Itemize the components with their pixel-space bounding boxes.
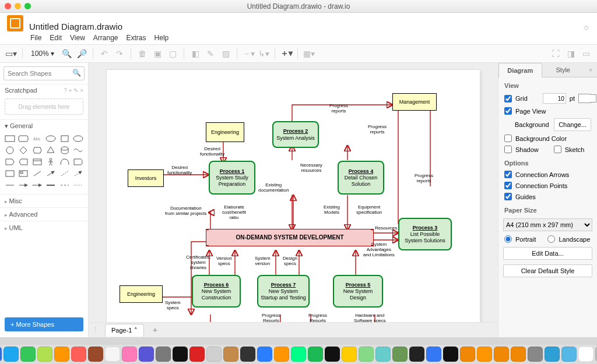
more-shapes-button[interactable]: + More Shapes <box>5 317 83 331</box>
category-uml[interactable]: UML <box>0 221 88 234</box>
dock-app-24[interactable] <box>392 347 408 362</box>
dock-app-35[interactable] <box>578 347 594 362</box>
dock-app-16[interactable] <box>257 347 272 362</box>
dock-app-26[interactable] <box>426 347 441 362</box>
shape-palette[interactable]: Abc <box>0 132 88 194</box>
tab-diagram[interactable]: Diagram <box>498 63 542 77</box>
node-process-3[interactable]: Process 3List Possible System Solutions <box>398 218 452 250</box>
dock-app-3[interactable] <box>37 347 52 362</box>
category-misc[interactable]: Misc <box>0 194 88 207</box>
outline-icon[interactable]: ▭ <box>580 47 592 60</box>
zoom-in-icon[interactable]: 🔍 <box>60 47 73 60</box>
menu-view[interactable]: View <box>70 34 85 44</box>
dock-app-21[interactable] <box>342 347 357 362</box>
shadow-icon[interactable]: ▨ <box>219 47 232 60</box>
node-process-5[interactable]: Process 5New System Design <box>333 275 383 308</box>
general-heading[interactable]: General <box>10 122 33 129</box>
node-engineering-left[interactable]: Engineering <box>120 285 163 303</box>
page-tab-1[interactable]: Page-1 ˄ <box>105 324 144 337</box>
dock-app-15[interactable] <box>240 347 255 362</box>
fill-color-icon[interactable]: ◧ <box>189 47 202 60</box>
add-page-button[interactable]: ＋ <box>148 325 163 335</box>
menu-arrange[interactable]: Arrange <box>93 34 118 44</box>
node-process-2[interactable]: Process 2System Analysis <box>272 121 319 148</box>
dock-app-10[interactable] <box>156 347 171 362</box>
dock-app-29[interactable] <box>477 347 492 362</box>
bgcolor-checkbox[interactable] <box>504 135 512 142</box>
dock-app-8[interactable] <box>122 347 137 362</box>
waypoint-icon[interactable]: ↳▾ <box>257 47 270 60</box>
canvas[interactable]: Engineering Investors Management Enginee… <box>107 70 480 322</box>
dock-app-0[interactable] <box>0 347 2 362</box>
edit-data-button[interactable]: Edit Data... <box>503 247 592 260</box>
dock-app-20[interactable] <box>325 347 340 362</box>
delete-icon[interactable]: 🗑 <box>136 47 149 60</box>
dock-app-25[interactable] <box>409 347 424 362</box>
node-process-7[interactable]: Process 7New System Startup and Testing <box>257 275 310 308</box>
scratchpad-tools[interactable]: ? + ✎ × <box>64 87 83 94</box>
document-title[interactable]: Untitled Diagram.drawio <box>29 22 122 31</box>
landscape-radio[interactable] <box>547 235 555 243</box>
appearance-icon[interactable]: ☼ <box>582 22 590 31</box>
grid-checkbox[interactable] <box>504 95 512 103</box>
pageview-checkbox[interactable] <box>504 107 512 115</box>
redo-icon[interactable]: ↷ <box>113 47 126 60</box>
tab-style[interactable]: Style <box>542 63 585 77</box>
zoom-level[interactable]: 100% ▾ <box>27 50 58 58</box>
menu-edit[interactable]: Edit <box>50 34 62 44</box>
dock-app-17[interactable] <box>274 347 289 362</box>
conn-points-checkbox[interactable] <box>504 182 512 189</box>
menu-file[interactable]: File <box>30 34 41 44</box>
node-process-4[interactable]: Process 4Detail Chosen Solution <box>338 161 384 195</box>
guides-checkbox[interactable] <box>504 193 512 200</box>
dock-app-30[interactable] <box>494 347 509 362</box>
conn-arrows-checkbox[interactable] <box>504 171 512 178</box>
sketch-checkbox[interactable] <box>554 146 561 153</box>
grid-color-swatch[interactable] <box>578 94 591 103</box>
menu-extras[interactable]: Extras <box>127 34 146 44</box>
dock-app-13[interactable] <box>206 347 222 362</box>
change-bg-button[interactable]: Change... <box>554 118 591 131</box>
dock-app-27[interactable] <box>443 347 458 362</box>
dock-app-4[interactable] <box>54 347 69 362</box>
dock-app-12[interactable] <box>189 347 205 362</box>
portrait-radio[interactable] <box>504 235 512 243</box>
grid-size-input[interactable] <box>543 93 566 104</box>
pages-menu-icon[interactable]: ⋮ <box>92 326 101 334</box>
dock-app-14[interactable] <box>223 347 238 362</box>
dock-app-28[interactable] <box>460 347 475 362</box>
dock-app-31[interactable] <box>511 347 526 362</box>
node-process-1[interactable]: Process 1System Study Preparation <box>209 161 255 195</box>
dock-app-11[interactable] <box>173 347 188 362</box>
dock-app-2[interactable] <box>20 347 36 362</box>
dock-app-32[interactable] <box>528 347 543 362</box>
dock-app-22[interactable] <box>359 347 374 362</box>
connection-icon[interactable]: →▾ <box>242 47 255 60</box>
close-panel-icon[interactable]: × <box>584 63 597 77</box>
shadow-checkbox[interactable] <box>504 146 512 153</box>
dock-app-5[interactable] <box>71 347 86 362</box>
view-menu-button[interactable]: ▭▾ <box>5 47 17 60</box>
dock-app-7[interactable] <box>105 347 120 362</box>
to-front-icon[interactable]: ▣ <box>151 47 164 60</box>
dock-app-19[interactable] <box>308 347 323 362</box>
dock-app-33[interactable] <box>545 347 560 362</box>
paper-size-select[interactable]: A4 (210 mm x 297 mm) <box>503 218 592 231</box>
format-panel-icon[interactable]: ◨ <box>564 47 577 60</box>
clear-style-button[interactable]: Clear Default Style <box>503 264 592 277</box>
node-center[interactable]: ON-DEMAND SYSTEM DEVELOPMENT <box>206 229 374 246</box>
line-color-icon[interactable]: ✎ <box>204 47 217 60</box>
dock-app-34[interactable] <box>561 347 577 362</box>
undo-icon[interactable]: ↶ <box>98 47 111 60</box>
dock-app-18[interactable] <box>291 347 306 362</box>
category-advanced[interactable]: Advanced <box>0 207 88 221</box>
node-process-6[interactable]: Process 6New System Construction <box>192 275 241 308</box>
scratchpad-drop[interactable]: Drag elements here <box>5 98 83 115</box>
to-back-icon[interactable]: ▢ <box>166 47 179 60</box>
table-icon[interactable]: ▦▾ <box>303 47 315 60</box>
dock-app-9[interactable] <box>139 347 154 362</box>
dock-app-6[interactable] <box>88 347 103 362</box>
dock-app-1[interactable] <box>3 347 19 362</box>
dock-app-23[interactable] <box>375 347 391 362</box>
menu-help[interactable]: Help <box>154 34 169 44</box>
